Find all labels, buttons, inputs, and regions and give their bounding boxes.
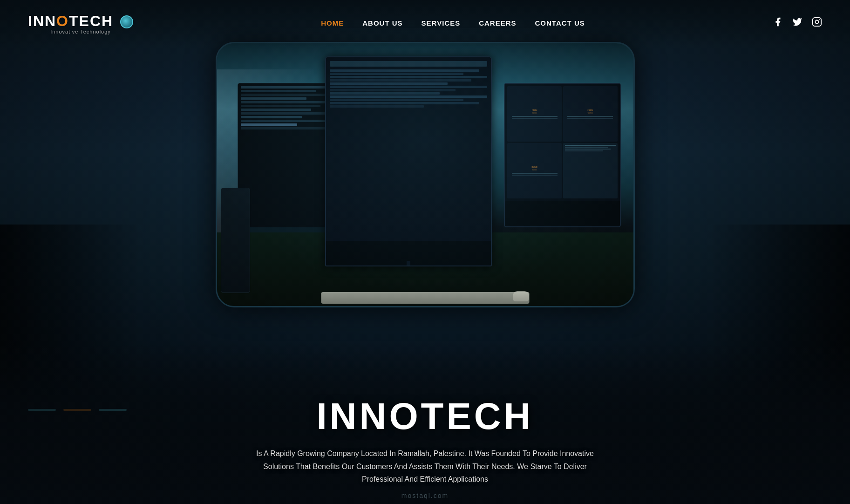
right-monitor: FAITH WORKS FAITH WORKS BUILD WORKS xyxy=(504,83,620,227)
nav-item-careers[interactable]: CAREERS xyxy=(479,19,516,27)
nav-item-services[interactable]: SERVICES xyxy=(422,19,461,27)
hero-title: INNOTECH xyxy=(239,395,612,438)
hero-desc-line2: Solutions That Benefits Our Customers An… xyxy=(263,463,587,470)
svg-rect-0 xyxy=(813,18,821,26)
logo-subtitle: Innovative Technology xyxy=(50,29,111,34)
logo-highlight: O xyxy=(56,13,69,29)
speaker-in-frame-left xyxy=(221,188,250,293)
nav-services-link[interactable]: SERVICES xyxy=(422,19,461,27)
hero-desc-line3: Professional And Efficient Applications xyxy=(362,475,488,483)
nav-home-link[interactable]: HOME xyxy=(321,19,344,27)
left-monitor xyxy=(238,83,338,254)
hero-text-overlay: INNOTECH Is A Rapidly Growing Company Lo… xyxy=(239,395,612,485)
nav-item-about[interactable]: ABOUT US xyxy=(362,19,402,27)
monitor-frame: FAITH WORKS FAITH WORKS BUILD WORKS xyxy=(216,42,635,307)
twitter-icon[interactable] xyxy=(792,17,802,30)
logo-text: INNOTECH xyxy=(28,13,133,30)
nav-contact-link[interactable]: CONTACT US xyxy=(535,19,585,27)
monitor-interior: FAITH WORKS FAITH WORKS BUILD WORKS xyxy=(217,43,633,306)
instagram-icon[interactable] xyxy=(812,17,822,30)
nav-item-home[interactable]: HOME xyxy=(321,19,344,27)
watermark: mostaql.com xyxy=(401,492,449,499)
nav-links: HOME ABOUT US SERVICES CAREERS CONTACT U… xyxy=(321,19,585,27)
hero-desc-line1: Is A Rapidly Growing Company Located In … xyxy=(256,450,594,457)
facebook-icon[interactable] xyxy=(773,17,783,30)
center-monitor xyxy=(325,56,492,266)
logo[interactable]: INNOTECH Innovative Technology xyxy=(28,13,133,34)
hero-section: INNOTECH Innovative Technology HOME ABOU… xyxy=(0,0,850,504)
social-icons xyxy=(773,17,822,30)
nav-item-contact[interactable]: CONTACT US xyxy=(535,19,585,27)
navbar: INNOTECH Innovative Technology HOME ABOU… xyxy=(0,0,850,47)
logo-circle-icon xyxy=(120,15,133,28)
nav-careers-link[interactable]: CAREERS xyxy=(479,19,516,27)
nav-about-link[interactable]: ABOUT US xyxy=(362,19,402,27)
hero-description: Is A Rapidly Growing Company Located In … xyxy=(239,447,612,485)
